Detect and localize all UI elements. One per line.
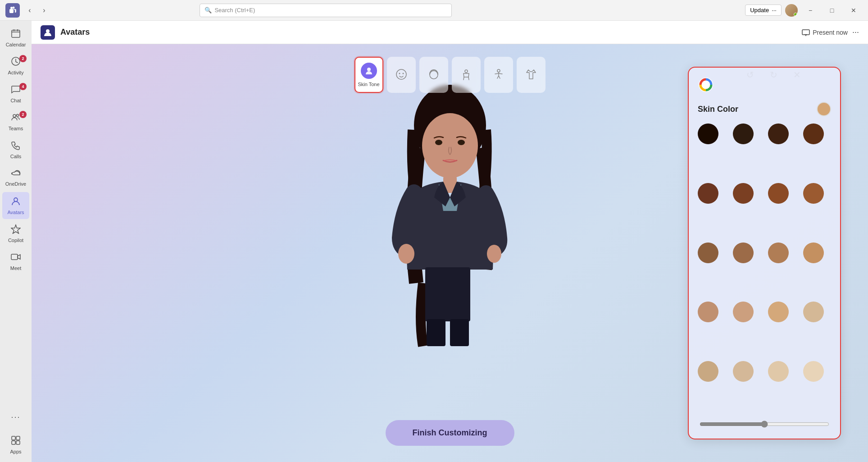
- sidebar-more-button[interactable]: ···: [2, 403, 29, 430]
- avatar-online-dot: [794, 13, 797, 16]
- svg-point-25: [465, 70, 468, 73]
- sidebar-item-avatars[interactable]: Avatars: [2, 192, 29, 219]
- color-swatch-1[interactable]: [733, 124, 754, 144]
- toolbar-outfit[interactable]: [517, 57, 545, 93]
- skin-tone-slider[interactable]: [700, 421, 829, 428]
- sidebar-item-apps[interactable]: Apps: [2, 431, 29, 458]
- search-icon: 🔍: [205, 7, 212, 14]
- svg-rect-17: [802, 30, 809, 35]
- activity-badge: 2: [19, 55, 27, 62]
- color-swatch-10[interactable]: [768, 242, 789, 263]
- svg-rect-0: [9, 9, 14, 13]
- color-swatch-17[interactable]: [733, 361, 754, 382]
- sidebar-item-label: Calendar: [6, 42, 26, 47]
- color-swatch-11[interactable]: [803, 242, 824, 263]
- update-more-icon: ···: [772, 7, 777, 14]
- onedrive-icon: [11, 169, 21, 180]
- main-content: Avatars Present now ··· Skin Tone: [32, 21, 868, 462]
- copilot-icon: [11, 224, 21, 236]
- svg-rect-33: [443, 175, 457, 193]
- calls-icon: [11, 140, 21, 152]
- finish-customizing-button[interactable]: Finish Customizing: [386, 420, 514, 446]
- minimize-button[interactable]: −: [801, 4, 819, 17]
- svg-point-29: [414, 85, 486, 166]
- svg-rect-13: [16, 436, 20, 440]
- color-swatch-14[interactable]: [768, 302, 789, 322]
- svg-line-27: [468, 77, 469, 80]
- svg-point-1: [13, 6, 15, 9]
- color-swatch-13[interactable]: [733, 302, 754, 322]
- canvas-area: Skin Tone: [32, 44, 868, 462]
- slider-row: [698, 421, 831, 430]
- avatars-icon: [11, 196, 21, 208]
- toolbar-hair[interactable]: [419, 57, 448, 93]
- toolbar-body[interactable]: [452, 57, 481, 93]
- sidebar-item-label: Teams: [9, 126, 23, 131]
- svg-rect-15: [16, 441, 20, 444]
- close-button[interactable]: ✕: [845, 4, 863, 17]
- meet-icon: [11, 252, 21, 264]
- sidebar-item-activity[interactable]: 2 Activity: [2, 52, 29, 79]
- color-swatch-18[interactable]: [768, 361, 789, 382]
- color-swatch-12[interactable]: [698, 302, 718, 322]
- toolbar-row: Skin Tone: [354, 57, 545, 93]
- color-swatch-2[interactable]: [768, 124, 789, 144]
- header-right: Present now ···: [802, 27, 859, 37]
- svg-point-40: [704, 82, 708, 87]
- face-icon: [395, 68, 408, 82]
- svg-point-28: [497, 69, 500, 72]
- sidebar: Calendar 2 Activity 4 Chat 2 Teams Calls…: [0, 21, 32, 462]
- sidebar-item-calendar[interactable]: Calendar: [2, 24, 29, 51]
- forward-button[interactable]: ›: [38, 4, 50, 17]
- sidebar-item-label: Apps: [10, 449, 21, 454]
- sidebar-item-chat[interactable]: 4 Chat: [2, 80, 29, 107]
- svg-point-16: [46, 29, 50, 33]
- sidebar-item-label: Copilot: [8, 238, 23, 243]
- body-icon: [460, 68, 473, 82]
- back-button[interactable]: ‹: [23, 4, 36, 17]
- svg-point-31: [435, 140, 442, 145]
- teams-logo: [5, 3, 20, 18]
- sidebar-item-copilot[interactable]: Copilot: [2, 220, 29, 247]
- svg-point-2: [10, 7, 13, 9]
- sidebar-item-meet[interactable]: Meet: [2, 248, 29, 275]
- user-avatar[interactable]: [785, 4, 798, 17]
- sidebar-item-calls[interactable]: Calls: [2, 136, 29, 163]
- toolbar-pose[interactable]: [484, 57, 513, 93]
- color-swatch-19[interactable]: [803, 361, 824, 382]
- sidebar-item-onedrive[interactable]: OneDrive: [2, 164, 29, 191]
- update-button[interactable]: Update ···: [745, 5, 782, 16]
- more-icon: ···: [11, 412, 20, 422]
- sidebar-item-teams[interactable]: 2 Teams: [2, 108, 29, 135]
- page-title: Avatars: [60, 27, 90, 37]
- color-swatch-16[interactable]: [698, 361, 718, 382]
- chat-badge: 4: [19, 83, 27, 90]
- color-swatch-3[interactable]: [803, 124, 824, 144]
- color-swatch-15[interactable]: [803, 302, 824, 322]
- svg-point-32: [458, 140, 465, 145]
- titlebar-left: ‹ ›: [0, 3, 56, 18]
- svg-point-21: [396, 69, 406, 79]
- svg-point-20: [367, 68, 371, 71]
- teams-badge: 2: [19, 111, 27, 118]
- color-swatch-8[interactable]: [698, 242, 718, 263]
- color-swatch-6[interactable]: [768, 183, 789, 204]
- present-now-button[interactable]: Present now: [802, 28, 848, 37]
- color-swatch-7[interactable]: [803, 183, 824, 204]
- color-swatch-9[interactable]: [733, 242, 754, 263]
- toolbar-skin-tone[interactable]: Skin Tone: [354, 57, 383, 93]
- svg-point-8: [17, 114, 19, 117]
- toolbar-face[interactable]: [387, 57, 416, 93]
- color-swatch-5[interactable]: [733, 183, 754, 204]
- svg-point-23: [402, 73, 404, 74]
- panel-title-row: Skin Color: [698, 102, 831, 116]
- skin-tone-label: Skin Tone: [358, 82, 379, 87]
- svg-point-9: [14, 198, 18, 201]
- sidebar-item-label: Activity: [8, 70, 24, 75]
- header-more-icon[interactable]: ···: [852, 27, 859, 37]
- maximize-button[interactable]: □: [823, 4, 841, 17]
- color-swatch-4[interactable]: [698, 183, 718, 204]
- color-swatch-0[interactable]: [698, 124, 718, 144]
- search-bar[interactable]: 🔍 Search (Ctrl+E): [200, 4, 452, 17]
- svg-rect-38: [450, 319, 469, 346]
